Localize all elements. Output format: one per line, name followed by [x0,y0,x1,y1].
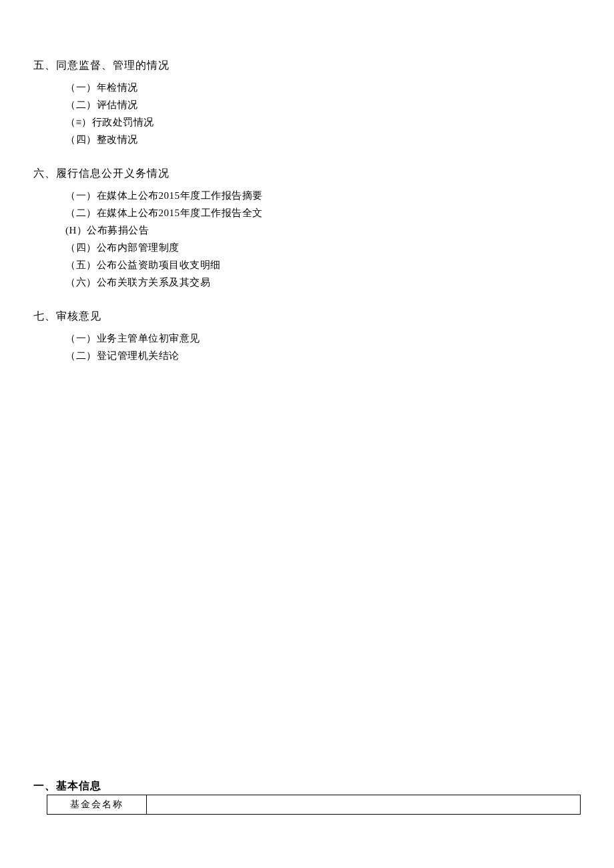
section-seven-title: 七、审核意见 [33,308,581,324]
section-six-title: 六、履行信息公开义务情况 [33,165,581,181]
section-seven-item: （二）登记管理机关结论 [65,347,581,364]
section-five-item: （≡）行政处罚情况 [65,113,581,131]
section-six: 六、履行信息公开义务情况 （一）在媒体上公布2015年度工作报告摘要 （二）在媒… [33,165,581,291]
basic-info-section: 一、基本信息 基金会名称 [33,779,581,815]
section-five: 五、同意监督、管理的情况 （一）年检情况 （二）评估情况 （≡）行政处罚情况 （… [33,57,581,148]
foundation-name-value [147,795,581,815]
section-six-item: （四）公布内部管理制度 [65,239,581,256]
section-six-item: （一）在媒体上公布2015年度工作报告摘要 [65,187,581,204]
section-five-item: （一）年检情况 [65,79,581,96]
section-five-title: 五、同意监督、管理的情况 [33,57,581,73]
table-row: 基金会名称 [47,795,581,815]
section-five-item: （四）整改情况 [65,131,581,148]
section-seven-item: （一）业务主管单位初审意见 [65,330,581,347]
basic-info-table: 基金会名称 [47,795,581,815]
section-six-item: (H）公布募捐公告 [65,222,581,239]
section-six-item: （六）公布关联方关系及其交易 [65,274,581,291]
section-five-item: （二）评估情况 [65,96,581,113]
basic-info-title: 一、基本信息 [33,779,581,793]
section-six-item: （二）在媒体上公布2015年度工作报告全文 [65,204,581,222]
section-six-item: （五）公布公益资助项目收支明细 [65,256,581,274]
section-seven: 七、审核意见 （一）业务主管单位初审意见 （二）登记管理机关结论 [33,308,581,364]
foundation-name-label: 基金会名称 [47,795,147,815]
